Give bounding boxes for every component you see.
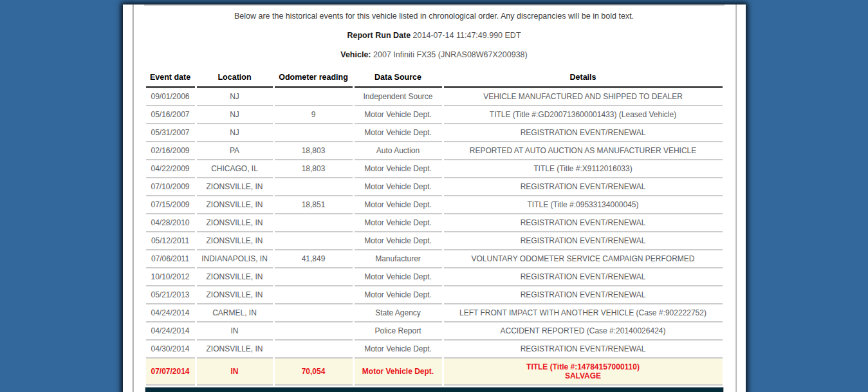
location-cell: ZIONSVILLE, IN <box>197 268 273 286</box>
odometer-cell <box>275 304 353 322</box>
table-row: 07/07/2014IN70,054Motor Vehicle Dept.TIT… <box>146 359 723 386</box>
details-cell: LEFT FRONT IMPACT WITH ANOTHER VEHICLE (… <box>444 304 723 322</box>
odometer-cell: 18,803 <box>275 142 353 160</box>
header-location: Location <box>197 68 273 88</box>
data-source-cell: Auto Auction <box>355 142 442 160</box>
data-source-cell: Motor Vehicle Dept. <box>355 160 442 178</box>
report-run-date-line: Report Run Date 2014-07-14 11:47:49.990 … <box>144 31 725 41</box>
data-source-cell: Motor Vehicle Dept. <box>355 268 442 286</box>
event-date-cell: 05/31/2007 <box>146 124 195 142</box>
top-divider <box>144 5 725 6</box>
odometer-cell <box>275 286 353 304</box>
details-cell: TITLE (Title #:09533134000045) <box>444 196 723 214</box>
details-cell: REGISTRATION EVENT/RENEWAL <box>444 124 723 142</box>
header-odometer-reading: Odometer reading <box>275 68 353 88</box>
details-cell: REGISTRATION EVENT/RENEWAL <box>444 341 723 359</box>
header-details: Details <box>444 68 723 88</box>
odometer-cell <box>275 124 353 142</box>
table-row: 09/01/2006NJIndependent SourceVEHICLE MA… <box>146 88 723 106</box>
data-source-cell: Police Report <box>355 322 442 341</box>
odometer-cell: 18,851 <box>275 196 353 214</box>
location-cell: NJ <box>197 88 273 106</box>
page-background: { "colors": { "page_background": "#33689… <box>0 0 868 392</box>
odometer-cell <box>275 214 353 232</box>
event-date-cell: 04/30/2014 <box>146 341 195 359</box>
report-run-date-label: Report Run Date <box>347 31 411 40</box>
vehicle-line: Vehicle: 2007 Infiniti FX35 (JNRAS08W67X… <box>144 50 725 60</box>
report-page: Below are the historical events for this… <box>123 5 746 392</box>
table-row: 07/06/2011INDIANAPOLIS, IN41,849Manufact… <box>146 250 723 268</box>
data-source-cell: Motor Vehicle Dept. <box>355 178 442 196</box>
event-date-cell: 07/06/2011 <box>146 250 195 268</box>
location-cell: ZIONSVILLE, IN <box>197 178 273 196</box>
details-cell: TITLE (Title #:14784157000110)SALVAGE <box>444 359 723 386</box>
details-cell: VEHICLE MANUFACTURED AND SHIPPED TO DEAL… <box>444 88 723 106</box>
event-date-cell: 04/24/2014 <box>146 304 195 322</box>
table-row: 10/10/2012ZIONSVILLE, INMotor Vehicle De… <box>146 268 723 286</box>
location-cell: ZIONSVILLE, IN <box>197 196 273 214</box>
odometer-cell <box>275 232 353 250</box>
details-cell: REGISTRATION EVENT/RENEWAL <box>444 268 723 286</box>
data-source-cell: Independent Source <box>355 88 442 106</box>
event-date-cell: 02/16/2009 <box>146 142 195 160</box>
location-cell: IN <box>197 322 273 341</box>
content-panel: Below are the historical events for this… <box>132 5 737 392</box>
location-cell: NJ <box>197 124 273 142</box>
details-cell: REGISTRATION EVENT/RENEWAL <box>444 178 723 196</box>
odometer-cell <box>275 268 353 286</box>
details-cell: VOLUNTARY ODOMETER SERVICE CAMPAIGN PERF… <box>444 250 723 268</box>
history-table-body: 09/01/2006NJIndependent SourceVEHICLE MA… <box>146 88 723 386</box>
table-row: 05/21/2013ZIONSVILLE, INMotor Vehicle De… <box>146 286 723 304</box>
event-date-cell: 07/10/2009 <box>146 178 195 196</box>
odometer-cell: 70,054 <box>275 359 353 386</box>
details-cell: REGISTRATION EVENT/RENEWAL <box>444 232 723 250</box>
table-row: 04/30/2014ZIONSVILLE, INMotor Vehicle De… <box>146 341 723 359</box>
table-row: 07/15/2009ZIONSVILLE, IN18,851Motor Vehi… <box>146 196 723 214</box>
event-date-cell: 04/24/2014 <box>146 322 195 341</box>
next-section-bar <box>145 387 724 392</box>
data-source-cell: Motor Vehicle Dept. <box>355 196 442 214</box>
table-row: 04/22/2009CHICAGO, IL18,803Motor Vehicle… <box>146 160 723 178</box>
table-row: 05/12/2011ZIONSVILLE, INMotor Vehicle De… <box>146 232 723 250</box>
vehicle-value: 2007 Infiniti FX35 (JNRAS08W67X200938) <box>373 50 528 59</box>
data-source-cell: Motor Vehicle Dept. <box>355 106 442 124</box>
location-cell: IN <box>197 359 273 386</box>
event-date-cell: 05/21/2013 <box>146 286 195 304</box>
intro-text: Below are the historical events for this… <box>144 12 725 21</box>
event-date-cell: 09/01/2006 <box>146 88 195 106</box>
data-source-cell: Manufacturer <box>355 250 442 268</box>
location-cell: ZIONSVILLE, IN <box>197 232 273 250</box>
location-cell: ZIONSVILLE, IN <box>197 286 273 304</box>
location-cell: INDIANAPOLIS, IN <box>197 250 273 268</box>
odometer-cell <box>275 322 353 341</box>
event-date-cell: 04/22/2009 <box>146 160 195 178</box>
header-event-date: Event date <box>146 68 195 88</box>
vehicle-label: Vehicle: <box>340 50 371 59</box>
odometer-cell <box>275 178 353 196</box>
location-cell: ZIONSVILLE, IN <box>197 341 273 359</box>
data-source-cell: Motor Vehicle Dept. <box>355 341 442 359</box>
details-cell: TITLE (Title #:X9112016033) <box>444 160 723 178</box>
table-header-row: Event date Location Odometer reading Dat… <box>146 68 723 88</box>
location-cell: CARMEL, IN <box>197 304 273 322</box>
odometer-cell: 9 <box>275 106 353 124</box>
location-cell: ZIONSVILLE, IN <box>197 214 273 232</box>
table-row: 05/31/2007NJMotor Vehicle Dept.REGISTRAT… <box>146 124 723 142</box>
odometer-cell: 18,803 <box>275 160 353 178</box>
table-header: Event date Location Odometer reading Dat… <box>146 68 723 88</box>
data-source-cell: Motor Vehicle Dept. <box>355 286 442 304</box>
details-cell: REGISTRATION EVENT/RENEWAL <box>444 286 723 304</box>
table-row: 04/24/2014INPolice ReportACCIDENT REPORT… <box>146 322 723 341</box>
details-cell: TITLE (Title #:GD200713600001433) (Lease… <box>444 106 723 124</box>
data-source-cell: Motor Vehicle Dept. <box>355 214 442 232</box>
table-row: 02/16/2009PA18,803Auto AuctionREPORTED A… <box>146 142 723 160</box>
event-date-cell: 05/12/2011 <box>146 232 195 250</box>
header-data-source: Data Source <box>355 68 442 88</box>
details-cell: ACCIDENT REPORTED (Case #:20140026424) <box>444 322 723 341</box>
history-table: Event date Location Odometer reading Dat… <box>144 68 725 386</box>
event-date-cell: 05/16/2007 <box>146 106 195 124</box>
details-cell: REPORTED AT AUTO AUCTION AS MANUFACTURER… <box>444 142 723 160</box>
event-date-cell: 07/15/2009 <box>146 196 195 214</box>
odometer-cell: 41,849 <box>275 250 353 268</box>
data-source-cell: State Agency <box>355 304 442 322</box>
